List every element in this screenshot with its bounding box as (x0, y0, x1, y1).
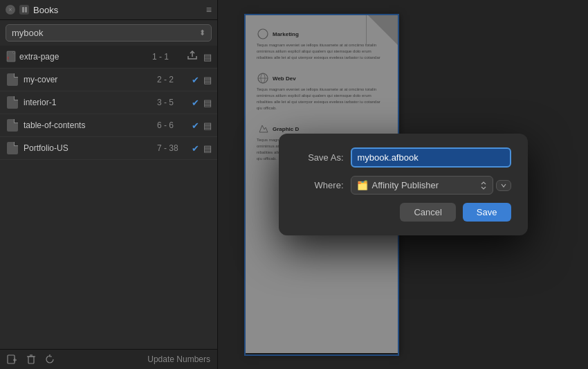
book-item-name: extra-page (19, 52, 152, 62)
dropdown-arrow-button[interactable] (496, 180, 511, 191)
pause-button[interactable] (19, 5, 29, 15)
book-selector[interactable]: mybook ⬍ (6, 24, 212, 42)
where-selector-area: 🗂️ Affinity Publisher (351, 176, 511, 195)
book-list: ! extra-page 1 - 1 ▤ my-cover 2 - 2 ✔ (0, 46, 217, 349)
menu-icon[interactable]: ≡ (206, 4, 212, 15)
dialog-overlay: Save As: Where: 🗂️ Affinity Publisher (218, 0, 588, 369)
close-button[interactable]: × (6, 5, 15, 15)
canvas-area: Marketing Tequs magnam eveniet ue iellop… (218, 0, 588, 369)
list-view-icon: ▤ (203, 120, 212, 131)
check-icon: ✔ (192, 143, 199, 154)
svg-rect-3 (8, 355, 15, 363)
list-item[interactable]: Portfolio-US 7 - 38 ✔ ▤ (0, 137, 217, 160)
book-item-pages: 7 - 38 (157, 143, 185, 153)
book-item-name: Portfolio-US (24, 143, 157, 153)
book-item-pages: 1 - 1 (152, 52, 180, 62)
book-item-pages: 6 - 6 (157, 120, 185, 130)
up-down-arrows-icon (480, 181, 487, 190)
panel-title: Books (33, 5, 202, 15)
list-item[interactable]: ! extra-page 1 - 1 ▤ (0, 46, 217, 69)
check-icon: ✔ (192, 98, 199, 108)
save-as-label: Save As: (295, 152, 344, 163)
doc-icon (6, 118, 19, 132)
book-item-pages: 2 - 2 (157, 75, 185, 84)
save-button[interactable]: Save (463, 203, 511, 222)
book-item-name: my-cover (24, 75, 157, 84)
folder-icon: 🗂️ (357, 180, 368, 190)
add-item-button[interactable] (7, 354, 18, 365)
cancel-button[interactable]: Cancel (400, 203, 455, 222)
list-view-icon: ▤ (203, 143, 212, 154)
missing-doc-icon: ! (6, 50, 19, 64)
where-row: Where: 🗂️ Affinity Publisher (295, 176, 511, 195)
list-item[interactable]: table-of-contents 6 - 6 ✔ ▤ (0, 114, 217, 137)
check-icon: ✔ (192, 75, 199, 85)
doc-icon (6, 73, 19, 87)
doc-icon (6, 96, 19, 109)
filename-input[interactable] (351, 147, 511, 168)
book-item-pages: 3 - 5 (157, 98, 185, 107)
chevron-down-icon (500, 182, 507, 189)
location-text: Affinity Publisher (372, 180, 439, 190)
svg-rect-7 (28, 357, 34, 363)
save-dialog: Save As: Where: 🗂️ Affinity Publisher (279, 134, 528, 235)
list-view-icon: ▤ (203, 75, 212, 85)
location-selector[interactable]: 🗂️ Affinity Publisher (351, 176, 493, 195)
panel-header: × Books ≡ (0, 0, 217, 20)
dialog-buttons: Cancel Save (295, 203, 511, 222)
doc-icon (6, 141, 19, 155)
where-label: Where: (295, 180, 344, 190)
book-name: mybook (12, 28, 44, 38)
save-as-row: Save As: (295, 147, 511, 168)
left-panel: × Books ≡ mybook ⬍ ! extra-page 1 - 1 (0, 0, 218, 369)
update-numbers-button[interactable]: Update Numbers (147, 354, 210, 364)
book-item-name: table-of-contents (24, 120, 157, 130)
list-view-icon: ▤ (203, 98, 212, 108)
export-icon (187, 51, 201, 63)
list-item[interactable]: my-cover 2 - 2 ✔ ▤ (0, 69, 217, 91)
list-item[interactable]: interior-1 3 - 5 ✔ ▤ (0, 91, 217, 114)
book-item-name: interior-1 (24, 98, 157, 107)
right-panel: Marketing Tequs magnam eveniet ue iellop… (218, 0, 588, 369)
delete-item-button[interactable] (26, 354, 36, 365)
check-icon: ✔ (192, 120, 199, 131)
list-view-icon: ▤ (203, 52, 212, 62)
refresh-button[interactable] (44, 354, 55, 365)
selector-arrows-icon: ⬍ (199, 28, 205, 37)
panel-footer: Update Numbers (0, 349, 217, 369)
